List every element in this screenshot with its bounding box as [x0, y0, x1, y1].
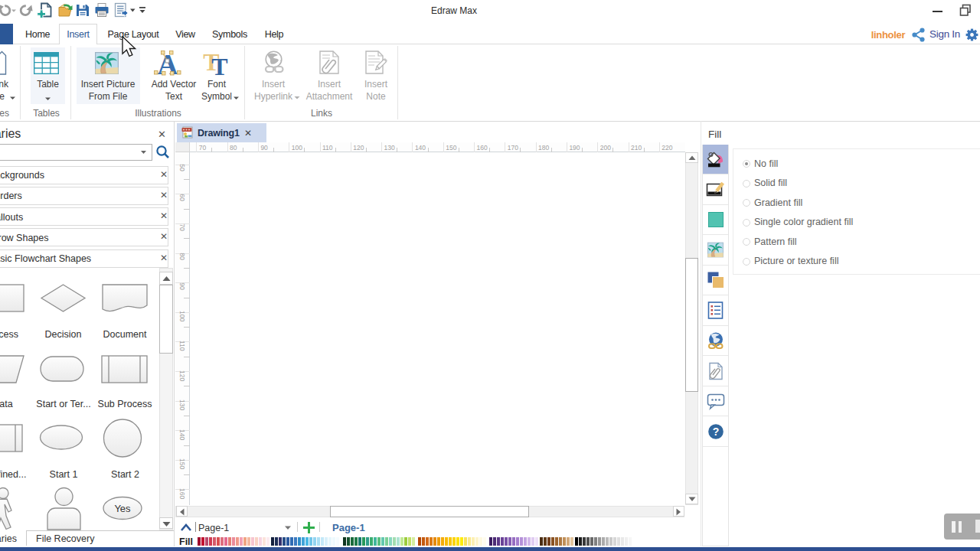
svg-text:T: T — [211, 53, 227, 76]
svg-text:Yes: Yes — [114, 503, 131, 514]
svg-text:?: ? — [713, 425, 720, 438]
